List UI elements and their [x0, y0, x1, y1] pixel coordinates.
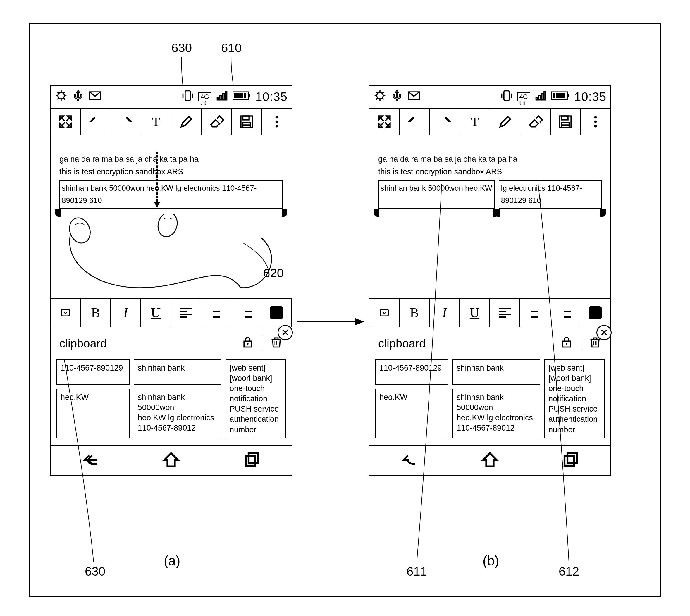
figure-label-a: (a) [164, 553, 180, 569]
leader-630-bottom [59, 357, 146, 568]
svg-rect-38 [562, 93, 565, 98]
split-caret-arrow [154, 201, 161, 207]
svg-rect-37 [559, 93, 562, 98]
format-toolbar: B I U ✕ [51, 298, 292, 327]
split-caret-line [156, 152, 158, 201]
expand-button[interactable] [370, 109, 400, 135]
network-4g-icon: 4G⇩⇧ [517, 92, 530, 101]
close-format-button[interactable]: ✕ [277, 325, 293, 340]
usb-icon [72, 89, 85, 105]
highlighter-button[interactable] [490, 109, 520, 135]
leader-620 [240, 240, 287, 281]
divider [262, 336, 262, 351]
lock-icon[interactable] [241, 336, 254, 351]
mail-icon [407, 89, 420, 105]
svg-rect-32 [504, 91, 509, 100]
svg-rect-7 [240, 93, 243, 98]
svg-rect-26 [246, 456, 255, 466]
usb-icon [391, 89, 403, 105]
bold-button[interactable]: B [81, 299, 111, 327]
color-button[interactable] [262, 299, 292, 327]
svg-rect-41 [562, 122, 569, 127]
highlighter-button[interactable] [172, 109, 202, 135]
clock: 10:35 [574, 90, 606, 104]
undo-button[interactable] [400, 109, 430, 135]
battery-icon [551, 91, 570, 103]
svg-rect-4 [249, 94, 250, 97]
leader-611-612 [369, 176, 632, 568]
text-line-1: ga na da ra ma ba sa ja cha ka ta pa ha [378, 153, 602, 166]
eraser-button[interactable] [202, 109, 232, 135]
align-right-button[interactable] [231, 299, 262, 327]
svg-point-44 [594, 116, 597, 119]
svg-point-45 [594, 120, 597, 123]
svg-rect-27 [249, 453, 258, 463]
svg-rect-36 [556, 93, 559, 98]
home-button[interactable] [162, 451, 180, 470]
svg-rect-34 [567, 94, 569, 97]
save-button[interactable] [551, 109, 581, 135]
undo-button[interactable] [81, 109, 111, 135]
signal-icon [534, 89, 547, 105]
svg-marker-29 [355, 318, 364, 325]
selected-text-610[interactable]: shinhan bank 50000won heo.KW lg electron… [59, 180, 283, 208]
text-line-1: ga na da ra ma ba sa ja cha ka ta pa ha [59, 153, 283, 166]
text-tool-button[interactable]: T [141, 109, 172, 135]
svg-rect-35 [553, 93, 555, 98]
clip-item[interactable]: [web sent] [woori bank] one-touch notifi… [225, 359, 286, 438]
svg-rect-19 [61, 309, 70, 316]
edit-toolbar: T [51, 108, 292, 135]
redo-button[interactable] [430, 109, 460, 135]
transition-arrow [297, 316, 364, 328]
dropdown-button[interactable] [51, 299, 81, 327]
svg-rect-10 [243, 116, 249, 120]
redo-button[interactable] [111, 109, 141, 135]
svg-point-14 [275, 116, 278, 119]
signal-icon [216, 89, 228, 105]
selection-handle-right[interactable] [282, 208, 287, 217]
mail-icon [89, 89, 102, 105]
align-left-button[interactable] [171, 299, 201, 327]
debug-icon [55, 89, 68, 105]
more-button[interactable] [262, 109, 292, 135]
align-center-button[interactable] [201, 299, 231, 327]
svg-point-15 [275, 120, 278, 123]
debug-icon [374, 89, 386, 105]
status-bar: 4G ⇩⇧ 10:35 [51, 86, 292, 108]
vibrate-icon [181, 89, 194, 105]
svg-rect-40 [562, 116, 568, 120]
svg-rect-6 [237, 93, 240, 98]
selection-handle-left[interactable] [55, 208, 61, 217]
battery-icon [232, 91, 251, 103]
network-4g-icon: 4G ⇩⇧ [198, 92, 212, 101]
svg-rect-8 [244, 93, 246, 98]
svg-rect-11 [243, 122, 250, 127]
italic-button[interactable]: I [111, 299, 141, 327]
svg-rect-5 [234, 93, 237, 98]
text-line-2: this is test encryption sandbox ARS [59, 166, 283, 178]
svg-point-46 [594, 125, 597, 128]
save-button[interactable] [232, 109, 262, 135]
svg-point-17 [66, 215, 94, 246]
more-button[interactable] [581, 109, 610, 135]
clip-item[interactable]: shinhan bank [134, 359, 221, 384]
edit-toolbar: T [370, 108, 610, 135]
expand-button[interactable] [51, 109, 81, 135]
svg-point-18 [155, 214, 180, 239]
underline-button[interactable]: U [141, 299, 171, 327]
clipboard-title: clipboard [59, 337, 107, 350]
clock: 10:35 [255, 90, 288, 104]
clip-item[interactable]: shinhan bank 50000won heo.KW lg electron… [134, 389, 221, 438]
text-tool-button[interactable]: T [460, 109, 490, 135]
status-bar: 4G⇩⇧ 10:35 [370, 86, 610, 108]
svg-rect-2 [185, 91, 190, 100]
vibrate-icon [500, 89, 513, 105]
eraser-button[interactable] [520, 109, 551, 135]
recent-apps-button[interactable] [243, 451, 260, 470]
svg-point-16 [275, 125, 278, 128]
